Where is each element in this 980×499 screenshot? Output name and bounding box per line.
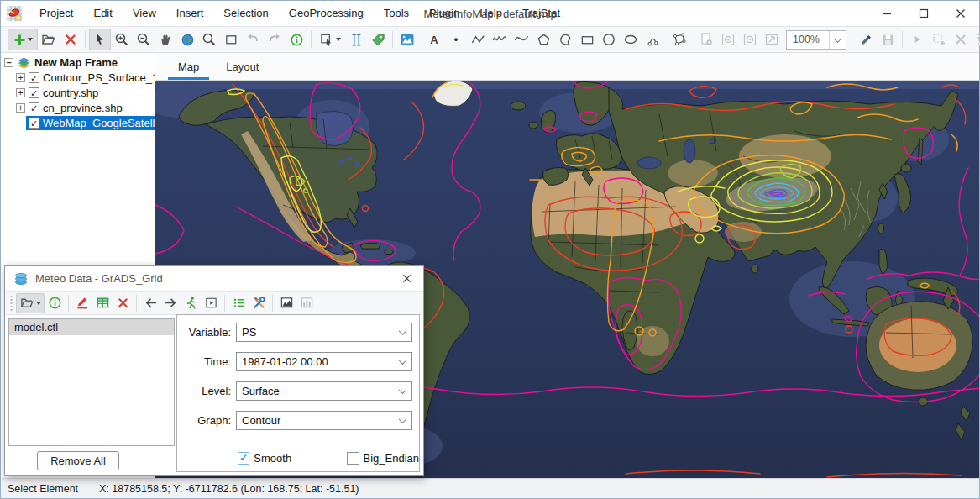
menu-geoprocessing[interactable]: GeoProcessing bbox=[279, 1, 374, 26]
menu-trajstat[interactable]: TrajStat bbox=[512, 1, 570, 26]
remove-all-button[interactable]: Remove All bbox=[37, 451, 119, 470]
draw-rectangle-icon[interactable] bbox=[576, 29, 598, 50]
layer-node-webmap[interactable]: ✓ WebMap_GoogleSatell bbox=[26, 116, 155, 130]
dialog-close-icon[interactable] bbox=[390, 266, 423, 292]
close-icon[interactable] bbox=[942, 1, 979, 26]
graph-value: Contour bbox=[237, 414, 393, 427]
draw-polygon-icon[interactable] bbox=[532, 29, 554, 50]
smooth-checkbox[interactable]: ✓ bbox=[238, 452, 249, 465]
level-dropdown-icon[interactable] bbox=[393, 382, 411, 400]
variable-dropdown-icon[interactable] bbox=[393, 323, 411, 341]
collapse-icon[interactable]: − bbox=[4, 58, 13, 67]
time-combo[interactable]: 1987-01-02 00:00 bbox=[236, 352, 412, 371]
next-time-icon[interactable] bbox=[160, 293, 181, 313]
maximize-icon[interactable] bbox=[905, 1, 942, 26]
save-edits-icon[interactable] bbox=[877, 29, 899, 50]
select-features-caret-icon bbox=[336, 38, 341, 41]
layer-node-country[interactable]: + ✓ country.shp bbox=[1, 86, 155, 100]
zoom-to-layer-icon[interactable] bbox=[198, 29, 220, 50]
data-info-icon[interactable] bbox=[45, 293, 65, 313]
layer-node-cn-province[interactable]: + ✓ cn_province.shp bbox=[1, 101, 155, 115]
identify-icon[interactable] bbox=[286, 29, 307, 50]
zoom-in-page-icon[interactable] bbox=[717, 29, 739, 50]
draw-text-icon[interactable]: A bbox=[423, 29, 445, 50]
area-chart-icon[interactable] bbox=[276, 293, 296, 313]
data-file-list[interactable]: model.ctl bbox=[8, 318, 175, 446]
layer-checkbox[interactable]: ✓ bbox=[29, 102, 39, 113]
open-data-icon[interactable] bbox=[16, 293, 45, 313]
zoom-out-icon[interactable] bbox=[133, 29, 155, 50]
graph-combo[interactable]: Contour bbox=[236, 411, 412, 430]
dialog-title-bar[interactable]: Meteo Data - GrADS_Grid bbox=[5, 266, 423, 292]
zoom-level-combo[interactable]: 100% bbox=[786, 30, 846, 50]
bar-chart-icon[interactable] bbox=[296, 293, 317, 313]
variable-combo[interactable]: PS bbox=[236, 323, 412, 342]
open-file-icon[interactable] bbox=[38, 29, 60, 50]
menu-insert[interactable]: Insert bbox=[166, 1, 214, 26]
remove-data-icon[interactable] bbox=[113, 293, 133, 313]
expand-icon[interactable]: + bbox=[16, 88, 25, 97]
settings-list-icon[interactable] bbox=[228, 293, 249, 313]
tab-layout[interactable]: Layout bbox=[212, 55, 272, 80]
delete-feature-icon[interactable] bbox=[950, 29, 972, 50]
layer-checkbox[interactable]: ✓ bbox=[29, 118, 39, 129]
tab-map[interactable]: Map bbox=[165, 55, 212, 80]
page-setup-icon[interactable] bbox=[695, 29, 717, 50]
draw-circle-icon[interactable] bbox=[598, 29, 620, 50]
draw-curve-points-icon[interactable] bbox=[642, 29, 663, 50]
draw-data-icon[interactable] bbox=[72, 293, 92, 313]
redo-icon[interactable] bbox=[264, 29, 286, 50]
remove-layers-icon[interactable] bbox=[60, 29, 81, 50]
draw-ellipse-icon[interactable] bbox=[620, 29, 642, 50]
level-combo[interactable]: Surface bbox=[236, 381, 412, 401]
draw-point-icon[interactable]: ● bbox=[445, 29, 467, 50]
data-file-item[interactable]: model.ctl bbox=[9, 319, 174, 335]
select-features-icon[interactable] bbox=[315, 29, 345, 50]
graph-dropdown-icon[interactable] bbox=[393, 412, 411, 429]
play-frames-icon[interactable] bbox=[201, 293, 221, 313]
zoom-level-dropdown-icon[interactable] bbox=[829, 31, 846, 49]
time-dropdown-icon[interactable] bbox=[393, 353, 411, 370]
draw-curve-icon[interactable] bbox=[511, 29, 532, 50]
menu-edit[interactable]: Edit bbox=[83, 1, 122, 26]
menu-selection[interactable]: Selection bbox=[213, 1, 278, 26]
menu-project[interactable]: Project bbox=[29, 1, 83, 26]
select-rectangle-icon[interactable] bbox=[220, 29, 242, 50]
animate-icon[interactable] bbox=[181, 293, 201, 313]
toolbar-grip[interactable] bbox=[9, 295, 13, 312]
select-icon[interactable] bbox=[89, 29, 111, 50]
options-tools-icon[interactable] bbox=[249, 293, 269, 313]
zoom-in-icon[interactable] bbox=[111, 29, 133, 50]
expand-icon[interactable]: + bbox=[16, 73, 25, 82]
big-endian-checkbox[interactable] bbox=[347, 452, 359, 465]
pan-icon[interactable] bbox=[155, 29, 176, 50]
edit-vertices-icon[interactable] bbox=[668, 29, 690, 50]
add-feature-icon[interactable] bbox=[928, 29, 950, 50]
view-table-icon[interactable] bbox=[92, 293, 113, 313]
draw-freehand-icon[interactable] bbox=[489, 29, 511, 50]
map-frame-node[interactable]: − New Map Frame bbox=[1, 55, 155, 70]
measure-icon[interactable] bbox=[345, 29, 367, 50]
reshape-feature-icon[interactable] bbox=[972, 29, 980, 50]
menu-plugin[interactable]: Plugin bbox=[419, 1, 469, 26]
layer-node-contour[interactable]: + ✓ Contour_PS_Surface_19 bbox=[1, 71, 155, 85]
zoom-out-page-icon[interactable] bbox=[739, 29, 761, 50]
menu-tools[interactable]: Tools bbox=[374, 1, 419, 26]
fit-to-screen-icon[interactable] bbox=[761, 29, 783, 50]
minimize-icon[interactable] bbox=[868, 1, 905, 26]
play-icon[interactable] bbox=[906, 29, 928, 50]
draw-freeform-icon[interactable] bbox=[554, 29, 576, 50]
previous-time-icon[interactable] bbox=[140, 293, 160, 313]
insert-image-icon[interactable] bbox=[396, 29, 418, 50]
start-edit-icon[interactable] bbox=[855, 29, 877, 50]
draw-polyline-icon[interactable] bbox=[467, 29, 489, 50]
undo-icon[interactable] bbox=[242, 29, 264, 50]
expand-icon[interactable]: + bbox=[16, 103, 25, 113]
menu-help[interactable]: Help bbox=[469, 1, 512, 26]
menu-view[interactable]: View bbox=[123, 1, 166, 26]
full-extent-icon[interactable] bbox=[176, 29, 198, 50]
layer-checkbox[interactable]: ✓ bbox=[29, 87, 39, 98]
layer-checkbox[interactable]: ✓ bbox=[29, 72, 39, 83]
add-layer-icon[interactable] bbox=[8, 29, 38, 50]
label-icon[interactable] bbox=[367, 29, 389, 50]
